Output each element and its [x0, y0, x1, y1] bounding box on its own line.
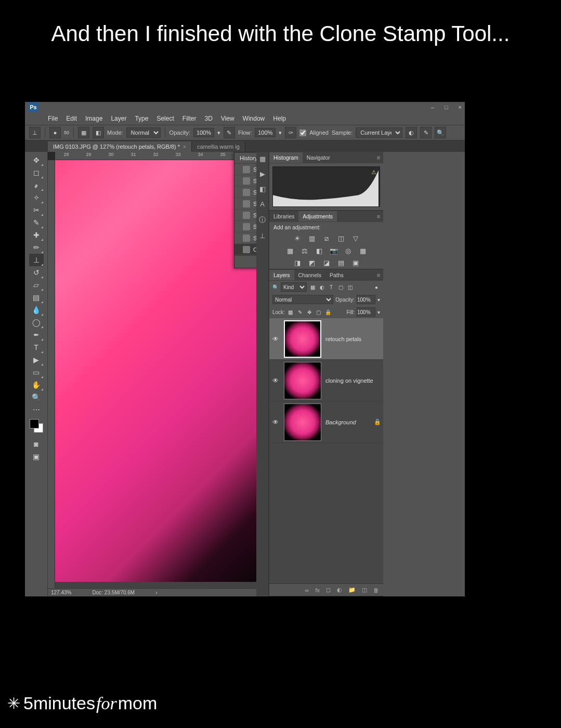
lasso-tool[interactable]: ҂	[29, 179, 44, 191]
menu-view[interactable]: View	[217, 115, 239, 122]
maximize-button[interactable]: □	[445, 104, 448, 110]
marquee-tool[interactable]: ◻	[29, 166, 44, 179]
close-button[interactable]: ×	[459, 104, 462, 110]
brightness-icon[interactable]: ☀	[293, 235, 302, 243]
ignore-adjust-icon[interactable]: ◐	[406, 127, 417, 138]
layer-thumbnail[interactable]	[284, 362, 321, 399]
history-item[interactable]: Spot Healing Brush	[234, 198, 256, 210]
delete-layer-icon[interactable]: 🗑	[373, 587, 379, 593]
brush-tool[interactable]: ✏	[29, 241, 44, 254]
group-icon[interactable]: 📁	[348, 587, 356, 593]
move-tool[interactable]: ✥	[29, 154, 44, 166]
layer-row[interactable]: 👁 Background 🔒	[269, 401, 383, 443]
adjustments-tab[interactable]: Adjustments	[298, 211, 337, 222]
adjust-filter-icon[interactable]: ◐	[318, 283, 325, 291]
blend-mode-select[interactable]: Normal	[272, 295, 333, 304]
history-item[interactable]: Spot Healing Brush	[234, 175, 256, 187]
crop-tool[interactable]: ✂	[29, 204, 44, 216]
layer-name[interactable]: Background	[325, 419, 370, 425]
eyedropper-tool[interactable]: ✎	[29, 216, 44, 229]
zoom-tool[interactable]: 🔍	[29, 391, 44, 404]
search-icon[interactable]: 🔍	[435, 127, 446, 138]
character-icon[interactable]: A	[260, 200, 265, 208]
opacity-dropdown-icon[interactable]: ▾	[217, 129, 220, 136]
color-swatches[interactable]	[30, 419, 43, 433]
balance-icon[interactable]: ⚖	[300, 247, 309, 255]
hand-tool[interactable]: ✋	[29, 379, 44, 391]
layer-mask-icon[interactable]: ◻	[326, 587, 331, 593]
menu-image[interactable]: Image	[81, 115, 107, 122]
rectangle-tool[interactable]: ▭	[29, 366, 44, 379]
history-item[interactable]: Spot Healing Brush	[234, 187, 256, 198]
navigator-tab[interactable]: Navigator	[303, 152, 334, 163]
layer-name[interactable]: retouch petals	[325, 336, 381, 342]
menu-filter[interactable]: Filter	[178, 115, 201, 122]
history-item[interactable]: Spot Healing Brush	[234, 221, 256, 232]
path-select-tool[interactable]: ▶	[29, 354, 44, 366]
menu-help[interactable]: Help	[269, 115, 290, 122]
screen-mode-icon[interactable]: ▣	[29, 450, 44, 463]
menu-window[interactable]: Window	[239, 115, 269, 122]
blur-tool[interactable]: 💧	[29, 304, 44, 316]
quick-mask-icon[interactable]: ◙	[29, 438, 44, 450]
minimize-button[interactable]: –	[431, 104, 434, 110]
threshold-icon[interactable]: ◪	[322, 259, 331, 267]
kind-filter-select[interactable]: Kind	[281, 282, 307, 292]
menu-select[interactable]: Select	[152, 115, 178, 122]
lock-position-icon[interactable]: ✥	[306, 308, 313, 316]
zoom-level[interactable]: 127.43%	[51, 590, 71, 595]
menu-type[interactable]: Type	[131, 115, 152, 122]
gradient-tool[interactable]: ▤	[29, 291, 44, 304]
dodge-tool[interactable]: ◯	[29, 316, 44, 329]
menu-file[interactable]: File	[44, 115, 62, 122]
history-item[interactable]: Spot Healing Brush	[234, 210, 256, 221]
edit-toolbar-icon[interactable]: ⋯	[29, 404, 44, 416]
clone-source-dock-icon[interactable]: ⊥	[259, 232, 265, 240]
canvas[interactable]	[55, 160, 256, 589]
libraries-tab[interactable]: Libraries	[269, 211, 298, 222]
layer-thumbnail[interactable]	[284, 404, 321, 441]
invert-icon[interactable]: ◨	[293, 259, 302, 267]
fill-input[interactable]	[357, 307, 375, 317]
mode-select[interactable]: Normal	[126, 127, 161, 138]
properties-icon[interactable]: ◧	[259, 185, 266, 193]
panel-menu-icon[interactable]: ≡	[374, 272, 383, 278]
dock-icon[interactable]: ▦	[259, 155, 266, 163]
flow-dropdown-icon[interactable]: ▾	[279, 129, 282, 136]
clone-stamp-tool[interactable]: ⊥	[29, 254, 44, 266]
lock-pixels-icon[interactable]: ✎	[296, 308, 304, 316]
history-item[interactable]: Spot Healing Brush	[234, 232, 256, 244]
magic-wand-tool[interactable]: ✧	[29, 191, 44, 204]
layer-row[interactable]: 👁 cloning on vignette	[269, 360, 383, 401]
clone-source-icon[interactable]: ◧	[93, 127, 104, 138]
history-item[interactable]: Spot Healing Brush	[234, 164, 256, 175]
layers-tab[interactable]: Layers	[269, 270, 294, 280]
info-icon[interactable]: ⓘ	[259, 215, 266, 225]
warning-icon[interactable]: ⚠	[371, 169, 376, 176]
channels-tab[interactable]: Channels	[294, 270, 325, 280]
tool-preset-icon[interactable]: ⊥	[29, 127, 41, 138]
menu-edit[interactable]: Edit	[62, 115, 81, 122]
sample-select[interactable]: Current Layer	[356, 127, 402, 138]
panel-menu-icon[interactable]: ≡	[374, 213, 383, 219]
bw-icon[interactable]: ◧	[315, 247, 324, 255]
document-tab-inactive[interactable]: camellia warm ig	[192, 141, 245, 152]
layer-style-icon[interactable]: fx	[315, 587, 320, 593]
type-tool[interactable]: T	[29, 341, 44, 354]
panel-menu-icon[interactable]: ≡	[374, 154, 383, 161]
pressure-opacity-icon[interactable]: ✎	[224, 127, 235, 138]
play-icon[interactable]: ▶	[260, 170, 265, 178]
menu-3d[interactable]: 3D	[200, 115, 216, 122]
horizontal-scrollbar[interactable]	[55, 582, 256, 588]
pen-tool[interactable]: ✒	[29, 329, 44, 341]
channel-mixer-icon[interactable]: ◎	[344, 247, 353, 255]
history-item-selected[interactable]: Clone Stamp	[234, 244, 256, 255]
histogram-tab[interactable]: Histogram	[269, 152, 303, 163]
pressure-size-icon[interactable]: ✎	[420, 127, 432, 138]
layer-thumbnail[interactable]	[284, 320, 321, 358]
flow-input[interactable]	[255, 128, 276, 137]
posterize-icon[interactable]: ◩	[307, 259, 317, 267]
opacity-input[interactable]	[193, 128, 214, 137]
history-brush-tool[interactable]: ↺	[29, 266, 44, 279]
dropdown-icon[interactable]: ▾	[377, 297, 380, 303]
